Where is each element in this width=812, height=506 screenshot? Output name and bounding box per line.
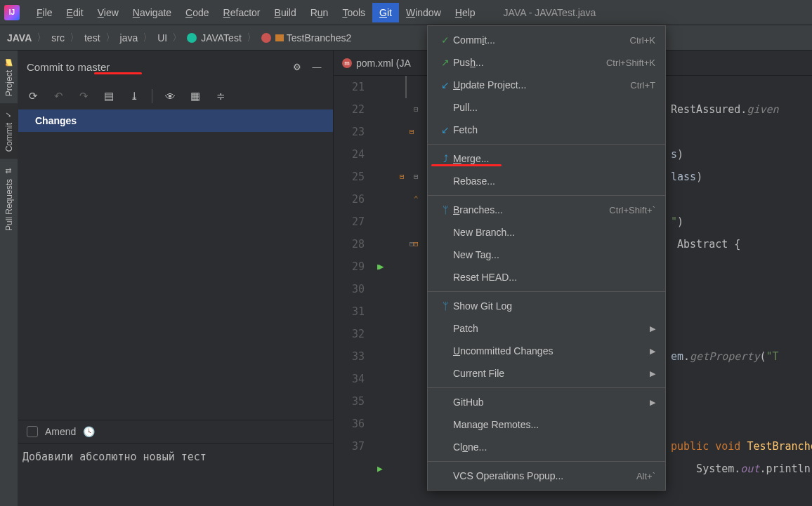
gear-icon[interactable]: ⚙ bbox=[289, 59, 305, 74]
menu-item[interactable]: Build bbox=[268, 3, 303, 22]
git-menu-item[interactable]: Current File▶ bbox=[428, 362, 665, 385]
chevron-right-icon: ▶ bbox=[650, 369, 655, 378]
git-menu-item[interactable]: New Tag... bbox=[428, 244, 665, 266]
annotation-underline bbox=[94, 72, 142, 74]
breadcrumb-item[interactable]: test bbox=[84, 32, 100, 44]
minimize-icon[interactable]: — bbox=[309, 59, 325, 74]
class-icon bbox=[187, 33, 197, 43]
git-menu-item[interactable]: GitHub▶ bbox=[428, 391, 665, 413]
rail-tab-commit[interactable]: Commit✓ bbox=[0, 103, 18, 159]
breadcrumb-item[interactable]: src bbox=[51, 32, 65, 44]
git-menu-item[interactable]: Manage Remotes... bbox=[428, 413, 665, 436]
commit-title: Commit to master bbox=[27, 61, 285, 73]
git-menu-item[interactable]: ↙Update Project...Ctrl+T bbox=[428, 74, 665, 96]
breadcrumb-item[interactable]: JAVATest bbox=[187, 32, 242, 44]
menu-item[interactable]: Edit bbox=[60, 3, 91, 22]
file-type-icon: m bbox=[342, 58, 352, 68]
menu-item[interactable]: Run bbox=[303, 3, 336, 22]
eye-icon[interactable]: 👁 bbox=[162, 88, 178, 104]
git-menu-item[interactable]: Patch▶ bbox=[428, 317, 665, 340]
menu-shortcut: Ctrl+Shift+K bbox=[606, 58, 655, 68]
folder-icon bbox=[275, 34, 284, 41]
line-number: 37 bbox=[334, 435, 365, 458]
group-icon[interactable]: ▦ bbox=[188, 88, 203, 104]
git-menu-item[interactable]: ↗Push...Ctrl+Shift+K bbox=[428, 51, 665, 74]
window-title: JAVA - JAVATest.java bbox=[504, 7, 596, 18]
changes-node[interactable]: Changes bbox=[18, 109, 333, 132]
git-menu-item[interactable]: ✓Commit...Ctrl+K bbox=[428, 29, 665, 51]
rail-tab-project[interactable]: Project📁 bbox=[0, 51, 18, 103]
git-menu-item[interactable]: New Branch... bbox=[428, 221, 665, 244]
amend-row: Amend 🕓 bbox=[18, 420, 333, 443]
editor-tab[interactable]: mpom.xml (JA bbox=[334, 51, 419, 76]
commit-toolbar: ⟳ ↶ ↷ ▤ ⤓ 👁 ▦ ≑ bbox=[18, 83, 333, 109]
changes-body bbox=[18, 132, 333, 420]
breadcrumb: JAVA〉src〉test〉java〉UI〉JAVATest〉TestBranc… bbox=[0, 25, 812, 51]
git-menu: ✓Commit...Ctrl+K↗Push...Ctrl+Shift+K↙Upd… bbox=[427, 25, 666, 491]
menubar: IJ FileEditViewNavigateCodeRefactorBuild… bbox=[0, 0, 812, 25]
menu-separator bbox=[428, 195, 665, 196]
breadcrumb-item[interactable]: TestBranches2 bbox=[261, 32, 352, 44]
menu-item[interactable]: Tools bbox=[335, 3, 372, 22]
menu-separator bbox=[428, 291, 665, 292]
git-menu-item[interactable]: Reset HEAD... bbox=[428, 266, 665, 288]
menu-item[interactable]: Help bbox=[448, 3, 483, 22]
menu-shortcut: Alt+` bbox=[636, 471, 655, 481]
menu-item-icon: ⤴ bbox=[438, 153, 453, 164]
amend-label: Amend bbox=[45, 426, 76, 437]
menu-item[interactable]: File bbox=[30, 3, 60, 22]
chevron-right-icon: ▶ bbox=[650, 398, 655, 407]
expand-icon[interactable]: ≑ bbox=[213, 88, 228, 104]
git-menu-item[interactable]: Pull... bbox=[428, 96, 665, 119]
menu-item[interactable]: Refactor bbox=[216, 3, 268, 22]
history-icon[interactable]: 🕓 bbox=[83, 426, 95, 437]
line-number: 36 bbox=[334, 413, 365, 435]
git-menu-item[interactable]: ⤴Merge... bbox=[428, 147, 665, 170]
shelve-icon[interactable]: ⤓ bbox=[126, 88, 142, 104]
gutter-marks: ⊟⊟⊟⊟⌃⊟⊟▶▶ bbox=[373, 76, 428, 502]
amend-checkbox[interactable] bbox=[27, 426, 38, 437]
menu-item[interactable]: Code bbox=[178, 3, 216, 22]
line-number: 23 bbox=[334, 121, 365, 143]
menu-separator bbox=[428, 461, 665, 462]
undo-icon[interactable]: ↶ bbox=[51, 88, 66, 104]
git-menu-item[interactable]: Rebase... bbox=[428, 170, 665, 192]
menu-item-icon: ᛘ bbox=[438, 300, 453, 312]
line-number: 27 bbox=[334, 211, 365, 233]
menu-shortcut: Ctrl+Shift+` bbox=[609, 205, 655, 215]
redo-icon[interactable]: ↷ bbox=[76, 88, 91, 104]
commit-message-input[interactable]: Добавили абсолютно новый тест bbox=[18, 443, 333, 506]
git-menu-item[interactable]: ᛘBranches...Ctrl+Shift+` bbox=[428, 199, 665, 221]
diff-icon[interactable]: ▤ bbox=[101, 88, 117, 104]
line-number: 28 bbox=[334, 233, 365, 255]
refresh-icon[interactable]: ⟳ bbox=[25, 88, 41, 104]
git-menu-item[interactable]: Clone... bbox=[428, 436, 665, 458]
annotation-underline-merge bbox=[431, 164, 502, 166]
class-icon bbox=[261, 33, 271, 43]
rail-tab-pull-requests[interactable]: Pull Requests⇅ bbox=[0, 159, 18, 238]
menu-shortcut: Ctrl+K bbox=[630, 35, 655, 46]
left-rail: Project📁Commit✓Pull Requests⇅ bbox=[0, 51, 18, 506]
gutter: 2122232425262728293031323334353637 bbox=[334, 76, 373, 480]
line-number: 31 bbox=[334, 300, 365, 323]
menu-item[interactable]: Navigate bbox=[126, 3, 178, 22]
menu-separator bbox=[428, 144, 665, 145]
breadcrumb-item[interactable]: java bbox=[120, 32, 138, 44]
line-number: 33 bbox=[334, 345, 365, 368]
menu-item[interactable]: View bbox=[91, 3, 126, 22]
menu-item[interactable]: Window bbox=[399, 3, 448, 22]
git-menu-item[interactable]: Uncommitted Changes▶ bbox=[428, 340, 665, 362]
git-menu-item[interactable]: ᛘShow Git Log bbox=[428, 295, 665, 317]
menu-item[interactable]: Git bbox=[372, 3, 399, 22]
app-icon: IJ bbox=[4, 5, 20, 20]
chevron-right-icon: ▶ bbox=[650, 324, 655, 333]
code-text: RestAssured.given s)lass) ") Abstract { … bbox=[671, 76, 812, 480]
breadcrumb-item[interactable]: JAVA bbox=[7, 32, 32, 44]
line-number: 24 bbox=[334, 143, 365, 166]
breadcrumb-item[interactable]: UI bbox=[157, 32, 167, 44]
line-number: 30 bbox=[334, 278, 365, 300]
git-menu-item[interactable]: VCS Operations Popup...Alt+` bbox=[428, 465, 665, 487]
git-menu-item[interactable]: ↙Fetch bbox=[428, 119, 665, 141]
menu-item-icon: ↙ bbox=[438, 124, 453, 135]
line-number: 26 bbox=[334, 188, 365, 211]
